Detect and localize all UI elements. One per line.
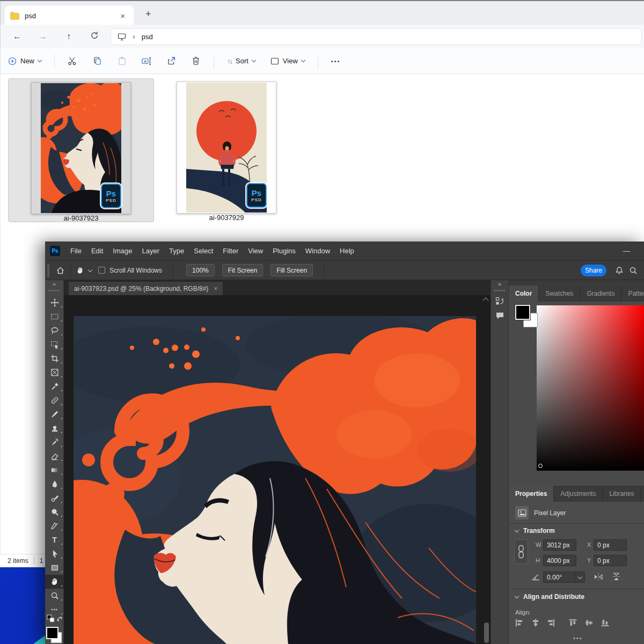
- flip-vertical-button[interactable]: [612, 572, 621, 583]
- x-field[interactable]: [594, 539, 627, 551]
- history-brush-tool[interactable]: [45, 435, 64, 449]
- vertical-scrollbar[interactable]: [484, 623, 489, 643]
- rename-button[interactable]: A: [134, 57, 159, 65]
- align-bottom-edges-button[interactable]: [601, 619, 610, 629]
- brush-tool[interactable]: [45, 407, 64, 421]
- eraser-tool[interactable]: [45, 449, 64, 463]
- align-section-header[interactable]: Align and Distribute: [515, 593, 584, 601]
- menu-filter[interactable]: Filter: [218, 247, 243, 255]
- file-name[interactable]: ai-9037929: [162, 214, 291, 222]
- notifications-button[interactable]: [615, 266, 624, 277]
- menu-image[interactable]: Image: [108, 247, 137, 255]
- angle-dropdown[interactable]: [575, 572, 584, 582]
- type-tool[interactable]: T: [45, 533, 64, 547]
- menu-window[interactable]: Window: [301, 247, 335, 255]
- new-button[interactable]: New: [1, 57, 49, 65]
- height-field[interactable]: [543, 555, 576, 566]
- up-icon[interactable]: ↑: [60, 32, 78, 41]
- back-icon[interactable]: ←: [8, 32, 26, 41]
- sort-button[interactable]: ↑↓ Sort: [219, 57, 263, 65]
- flip-horizontal-button[interactable]: [594, 572, 603, 583]
- zoom-tool[interactable]: [45, 589, 64, 603]
- fill-screen-button[interactable]: Fill Screen: [270, 264, 313, 276]
- blur-tool[interactable]: [45, 477, 64, 491]
- menu-file[interactable]: File: [65, 247, 86, 255]
- lasso-tool[interactable]: [45, 324, 64, 338]
- tab-properties[interactable]: Properties: [509, 486, 554, 502]
- tab-libraries[interactable]: Libraries: [603, 486, 641, 502]
- file-item-selected[interactable]: Ps PSD ai-9037923: [8, 78, 154, 222]
- default-colors-and-swap[interactable]: [45, 614, 64, 625]
- fit-screen-button[interactable]: Fit Screen: [222, 264, 264, 276]
- tab-gradients[interactable]: Gradients: [580, 286, 621, 302]
- gradient-tool[interactable]: [45, 463, 64, 477]
- tab-swatches[interactable]: Swatches: [539, 286, 580, 302]
- more-options-button[interactable]: •••: [324, 58, 348, 64]
- scrollbar-up-arrow[interactable]: [482, 297, 488, 303]
- rectangle-tool[interactable]: [45, 561, 64, 575]
- align-more-options[interactable]: •••: [573, 635, 583, 641]
- y-field[interactable]: [594, 555, 627, 566]
- zoom-100-button[interactable]: 100%: [186, 264, 215, 276]
- new-tab-button[interactable]: +: [141, 8, 156, 21]
- menu-select[interactable]: Select: [189, 247, 218, 255]
- delete-button[interactable]: [184, 56, 208, 65]
- file-name[interactable]: ai-9037923: [9, 214, 153, 222]
- hand-tool[interactable]: [45, 575, 64, 589]
- history-panel-button[interactable]: [491, 297, 508, 306]
- file-item[interactable]: Ps PSD ai-9037929: [162, 78, 291, 222]
- minimize-button[interactable]: —: [623, 247, 630, 255]
- spot-healing-brush-tool[interactable]: [45, 393, 64, 407]
- scroll-all-windows-checkbox[interactable]: [98, 267, 105, 274]
- cut-button[interactable]: [60, 56, 85, 66]
- clone-stamp-tool[interactable]: [45, 421, 64, 435]
- color-picker-field[interactable]: [537, 305, 644, 471]
- foreground-background-swatch[interactable]: [45, 627, 64, 644]
- link-dimensions-button[interactable]: [514, 539, 528, 564]
- breadcrumb[interactable]: psd: [142, 33, 153, 41]
- menu-type[interactable]: Type: [164, 247, 189, 255]
- color-picker-cursor[interactable]: [538, 464, 543, 468]
- align-horizontal-centers-button[interactable]: [531, 619, 540, 629]
- document-close-icon[interactable]: ×: [214, 285, 217, 292]
- menu-help[interactable]: Help: [335, 247, 359, 255]
- frame-tool[interactable]: [45, 365, 64, 379]
- document-tab[interactable]: ai-9037923.psd @ 25% (Background, RGB/8#…: [69, 282, 223, 295]
- home-button[interactable]: [56, 266, 65, 275]
- grip-handle[interactable]: [49, 290, 60, 291]
- comments-panel-button[interactable]: [491, 311, 508, 320]
- grip-handle[interactable]: [47, 265, 49, 276]
- copy-button[interactable]: [85, 56, 109, 65]
- crop-tool[interactable]: [45, 352, 64, 365]
- tab-adjustments[interactable]: Adjustments: [554, 486, 603, 502]
- canvas-workspace[interactable]: [64, 295, 491, 644]
- forward-icon[interactable]: →: [34, 32, 52, 41]
- align-top-edges-button[interactable]: [569, 619, 577, 629]
- explorer-tab[interactable]: psd ×: [5, 5, 134, 26]
- menu-edit[interactable]: Edit: [86, 247, 108, 255]
- align-right-edges-button[interactable]: [546, 619, 555, 629]
- view-button[interactable]: View: [263, 57, 312, 65]
- align-left-edges-button[interactable]: [515, 619, 524, 629]
- refresh-icon[interactable]: [85, 31, 104, 42]
- object-selection-tool[interactable]: [45, 338, 64, 352]
- menu-plugins[interactable]: Plugins: [268, 247, 301, 255]
- share-button[interactable]: [159, 56, 184, 65]
- rotation-angle-field[interactable]: 0.00°: [543, 572, 585, 583]
- foreground-color-swatch[interactable]: [515, 305, 530, 320]
- tab-color[interactable]: Color: [509, 286, 539, 302]
- smudge-tool[interactable]: [45, 491, 64, 505]
- tab-close-icon[interactable]: ×: [117, 11, 128, 20]
- grip-handle[interactable]: [494, 290, 505, 291]
- menu-layer[interactable]: Layer: [137, 247, 165, 255]
- hand-tool-preset[interactable]: [76, 266, 92, 275]
- address-bar[interactable]: › psd: [111, 28, 642, 45]
- menu-view[interactable]: View: [243, 247, 268, 255]
- share-button[interactable]: Share: [581, 265, 606, 276]
- align-vertical-centers-button[interactable]: [585, 619, 594, 629]
- transform-section-header[interactable]: Transform: [515, 527, 555, 535]
- pen-tool[interactable]: [45, 519, 64, 533]
- collapse-panels-icon[interactable]: «: [491, 280, 508, 287]
- rectangular-marquee-tool[interactable]: [45, 310, 64, 324]
- eyedropper-tool[interactable]: [45, 379, 64, 393]
